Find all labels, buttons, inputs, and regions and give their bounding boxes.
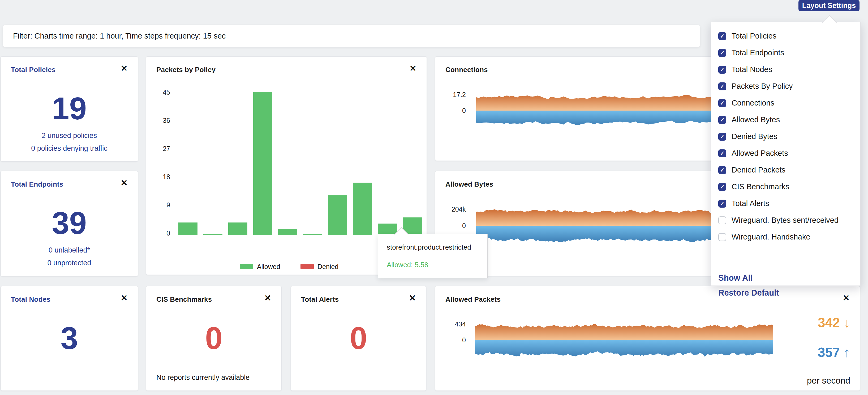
card-title: Total Policies — [11, 66, 56, 74]
checkbox-checked-icon[interactable]: ✓ — [718, 49, 726, 57]
card-title: Packets by Policy — [156, 66, 216, 74]
unprotected-text: 0 unprotected — [1, 259, 138, 267]
checkbox-checked-icon[interactable]: ✓ — [718, 32, 726, 40]
received-rate: 342 ↓ — [818, 316, 850, 329]
layout-menu-item[interactable]: ✓Denied Bytes — [711, 128, 860, 145]
layout-menu-item[interactable]: Wireguard. Handshake — [711, 229, 860, 245]
layout-menu-item-label: CIS Benchmarks — [732, 182, 789, 191]
layout-menu-item[interactable]: ✓Total Alerts — [711, 195, 860, 212]
card-total-policies: Total Policies ✕ 19 2 unused policies 0 … — [1, 56, 138, 162]
y-tick-label: 9 — [146, 201, 170, 209]
layout-settings-button[interactable]: Layout Settings — [799, 0, 860, 11]
bar-allowed[interactable] — [353, 182, 372, 235]
checkbox-checked-icon[interactable]: ✓ — [718, 133, 726, 141]
unused-policies-text: 2 unused policies — [1, 131, 138, 140]
card-total-nodes: Total Nodes ✕ 3 — [1, 286, 138, 391]
layout-menu-item[interactable]: ✓Total Endpoints — [711, 45, 860, 61]
y-tick-label: 18 — [146, 173, 170, 181]
layout-menu-item-label: Wireguard. Bytes sent/received — [732, 216, 839, 225]
layout-menu-item-label: Total Endpoints — [732, 48, 784, 57]
layout-menu-item[interactable]: ✓Allowed Packets — [711, 145, 860, 162]
dashboard: Layout Settings Filter: Charts time rang… — [0, 0, 868, 395]
tooltip-allowed-value: Allowed: 5.58 — [387, 261, 428, 269]
sent-rate: 357 ↑ — [818, 346, 850, 359]
denied-legend-label[interactable]: Denied — [317, 263, 338, 271]
card-cis-benchmarks: CIS Benchmarks ✕ 0 No reports currently … — [146, 286, 282, 391]
card-title: Total Endpoints — [11, 180, 63, 189]
checkbox-checked-icon[interactable]: ✓ — [718, 66, 726, 74]
layout-menu-item[interactable]: ✓Total Nodes — [711, 61, 860, 78]
card-title: Total Alerts — [301, 295, 339, 304]
bar-allowed[interactable] — [253, 92, 272, 235]
layout-menu-items: ✓Total Policies✓Total Endpoints✓Total No… — [711, 28, 860, 245]
chart-tooltip: storefront.product.restricted Allowed: 5… — [378, 234, 488, 278]
filter-bar: Filter: Charts time range: 1 hour, Time … — [3, 25, 700, 47]
layout-menu-item-label: Total Policies — [732, 32, 776, 40]
layout-menu-item-label: Packets By Policy — [732, 82, 793, 91]
layout-menu-item[interactable]: ✓Allowed Bytes — [711, 111, 860, 128]
layout-menu-item[interactable]: Wireguard. Bytes sent/received — [711, 212, 860, 229]
layout-menu-item[interactable]: ✓Connections — [711, 95, 860, 111]
allowed-legend-label[interactable]: Allowed — [257, 263, 280, 271]
layout-menu-item[interactable]: ✓CIS Benchmarks — [711, 178, 860, 195]
total-alerts-value: 0 — [291, 322, 426, 354]
total-nodes-value: 3 — [1, 322, 138, 354]
bar-allowed[interactable] — [203, 234, 222, 235]
layout-menu-item-label: Total Alerts — [732, 199, 769, 208]
bar-allowed[interactable] — [278, 229, 297, 235]
checkbox-checked-icon[interactable]: ✓ — [718, 149, 726, 158]
bar-allowed[interactable] — [178, 223, 197, 235]
show-all-link[interactable]: Show All — [718, 273, 753, 283]
y-tick-label: 36 — [146, 117, 170, 124]
allowed-legend-swatch[interactable] — [240, 264, 253, 269]
allowed_packets-area-series — [475, 340, 773, 357]
allowed-packets-chart[interactable] — [435, 286, 860, 391]
layout-menu-item-label: Allowed Packets — [732, 149, 788, 158]
checkbox-unchecked-icon[interactable] — [718, 216, 726, 224]
checkbox-checked-icon[interactable]: ✓ — [718, 99, 726, 107]
layout-menu-item-label: Total Nodes — [732, 65, 772, 74]
rate-unit-label: per second — [807, 375, 850, 386]
tooltip-policy-name: storefront.product.restricted — [387, 243, 471, 251]
layout-menu-item-label: Wireguard. Handshake — [732, 233, 810, 242]
layout-menu-item-label: Denied Bytes — [732, 132, 777, 141]
bar-allowed[interactable] — [228, 223, 247, 235]
close-icon[interactable]: ✕ — [121, 294, 128, 302]
bar-allowed[interactable] — [328, 195, 347, 235]
total-endpoints-value: 39 — [1, 207, 138, 239]
arrow-up-icon: ↑ — [844, 345, 850, 360]
layout-menu-item-label: Denied Packets — [732, 166, 785, 174]
close-icon[interactable]: ✕ — [121, 64, 128, 73]
layout-menu-item-label: Connections — [732, 98, 774, 107]
y-tick-label: 45 — [146, 88, 170, 96]
layout-menu-item[interactable]: ✓Total Policies — [711, 28, 860, 45]
checkbox-checked-icon[interactable]: ✓ — [718, 183, 726, 191]
restore-default-link[interactable]: Restore Default — [718, 288, 779, 298]
cis-note: No reports currently available — [156, 373, 250, 382]
layout-menu-item-label: Allowed Bytes — [732, 115, 780, 124]
bar-allowed[interactable] — [303, 234, 322, 235]
layout-menu-item[interactable]: ✓Packets By Policy — [711, 78, 860, 95]
close-icon[interactable]: ✕ — [409, 64, 416, 73]
close-icon[interactable]: ✕ — [121, 179, 128, 187]
y-tick-label: 0 — [146, 229, 170, 237]
y-tick-label: 27 — [146, 145, 170, 152]
denied-legend-swatch[interactable] — [301, 264, 314, 269]
total-policies-value: 19 — [1, 93, 138, 124]
close-icon[interactable]: ✕ — [264, 294, 271, 302]
checkbox-checked-icon[interactable]: ✓ — [718, 116, 726, 124]
packets-by-policy-chart[interactable] — [178, 92, 422, 235]
cis-benchmarks-value: 0 — [146, 322, 281, 354]
close-icon[interactable]: ✕ — [409, 294, 416, 302]
filter-text: Filter: Charts time range: 1 hour, Time … — [13, 32, 226, 40]
checkbox-checked-icon[interactable]: ✓ — [718, 82, 726, 90]
layout-menu-item[interactable]: ✓Denied Packets — [711, 162, 860, 178]
arrow-down-icon: ↓ — [844, 315, 850, 330]
checkbox-unchecked-icon[interactable] — [718, 233, 726, 241]
denying-policies-text: 0 policies denying traffic — [1, 144, 138, 152]
card-total-alerts: Total Alerts ✕ 0 — [291, 286, 426, 391]
card-title: Total Nodes — [11, 295, 51, 304]
checkbox-checked-icon[interactable]: ✓ — [718, 200, 726, 207]
card-allowed-packets: Allowed Packets ✕ 434 0 342 ↓ 357 ↑ per … — [435, 286, 860, 391]
checkbox-checked-icon[interactable]: ✓ — [718, 166, 726, 174]
